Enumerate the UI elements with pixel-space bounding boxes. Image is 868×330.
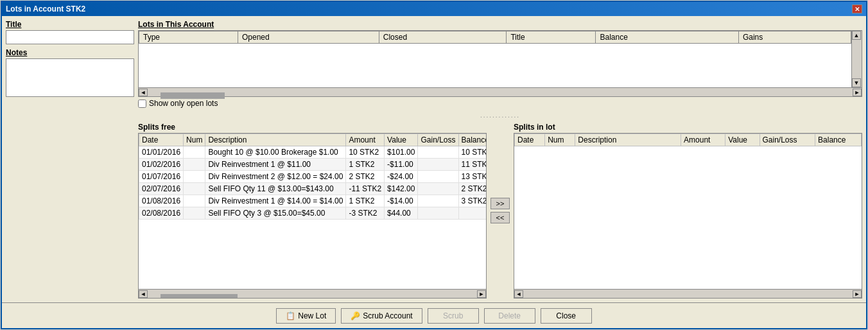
close-button[interactable]: ✕ [852,4,862,13]
bottom-splits: Splits free Date Num Description Amount [138,123,862,299]
lots-section: Lots in This Account Type Opened Closed … [138,20,862,108]
scrub-account-icon: 🔑 [351,311,360,320]
free-col-value: Value [385,134,418,146]
lots-hscroll-right[interactable]: ► [853,89,862,96]
table-row[interactable]: 01/08/2016Div Reinvestment 1 @ $14.00 = … [139,195,487,207]
splits-free-scroll-area[interactable]: Date Num Description Amount Value Gain/L… [139,134,486,289]
scrub-account-button[interactable]: 🔑 Scrub Account [341,308,422,324]
free-hscroll-right[interactable]: ► [477,290,486,298]
lots-scroll-up[interactable]: ▲ [852,31,861,40]
splits-lot-scrollbar-h[interactable]: ◄ ► [514,289,862,298]
lots-table-scroll[interactable]: Type Opened Closed Title Balance Gains [139,31,851,87]
close-btn[interactable]: Close [541,308,592,324]
splits-free-table: Date Num Description Amount Value Gain/L… [139,134,486,220]
bottom-bar: 📋 New Lot 🔑 Scrub Account Scrub Delete C… [2,302,866,328]
lot-col-amount: Amount [681,134,725,146]
splits-free-scrollbar-h[interactable]: ◄ ► [139,289,486,298]
lot-col-gainloss: Gain/Loss [759,134,815,146]
table-row[interactable]: 01/07/2016Div Reinvestment 2 @ $12.00 = … [139,171,487,183]
table-row[interactable]: 01/01/2016Bought 10 @ $10.00 Brokerage $… [139,146,487,159]
splits-lot-scroll-area[interactable]: Date Num Description Amount Value Gain/L… [514,134,862,289]
lots-hscroll-left[interactable]: ◄ [139,89,148,96]
splits-free-table-wrapper: Date Num Description Amount Value Gain/L… [138,133,487,299]
main-window: Lots in Account STK2 ✕ Title Notes Lots … [1,1,867,329]
lot-col-value: Value [725,134,759,146]
new-lot-button[interactable]: 📋 New Lot [276,308,336,324]
lot-col-balance: Balance [815,134,862,146]
notes-label: Notes [6,48,134,57]
new-lot-label: New Lot [298,311,326,320]
notes-field-group: Notes [6,48,134,99]
lots-col-balance: Balance [596,31,738,44]
middle-buttons: >> << [490,123,510,299]
free-hscroll-left[interactable]: ◄ [139,290,148,298]
table-row[interactable]: 02/07/2016Sell FIFO Qty 11 @ $13.00=$143… [139,183,487,195]
lot-col-num: Num [545,134,575,146]
move-right-button[interactable]: >> [490,198,510,209]
table-row[interactable]: 02/08/2016Sell FIFO Qty 3 @ $15.00=$45.0… [139,207,487,220]
lots-section-label: Lots in This Account [138,20,862,29]
left-panel: Title Notes [6,20,134,299]
title-input[interactable] [6,30,134,44]
lot-col-date: Date [515,134,545,146]
scrub-label: Scrub [443,311,463,320]
lots-col-title: Title [507,31,596,44]
close-label: Close [556,311,576,320]
splits-lot-table: Date Num Description Amount Value Gain/L… [514,134,862,146]
show-only-row: Show only open lots [138,99,862,108]
free-col-desc: Description [205,134,346,146]
lots-col-opened: Opened [238,31,379,44]
show-only-checkbox[interactable] [138,100,146,108]
title-bar: Lots in Account STK2 ✕ [2,2,866,16]
lots-col-gains: Gains [738,31,851,44]
show-only-label: Show only open lots [149,99,218,108]
splits-lot-table-wrapper: Date Num Description Amount Value Gain/L… [514,133,862,299]
splits-free-label: Splits free [138,123,487,132]
lot-col-desc: Description [575,134,681,146]
notes-textarea[interactable] [6,58,134,97]
splits-lot-section: Splits in lot Date Num Description Amoun… [514,123,862,299]
delete-button[interactable]: Delete [484,308,535,324]
lots-scroll-down[interactable]: ▼ [852,78,861,87]
lot-hscroll-right[interactable]: ► [853,290,862,298]
free-col-date: Date [139,134,184,146]
title-label: Title [6,20,134,29]
divider-handle: ............. [138,112,862,119]
lots-scrollbar-v[interactable]: ▲ ▼ [851,31,862,87]
lots-table: Type Opened Closed Title Balance Gains [139,31,851,44]
free-col-balance: Balance [458,134,486,146]
scrub-account-label: Scrub Account [363,311,412,320]
delete-label: Delete [498,311,521,320]
title-field-group: Title [6,20,134,44]
lots-scrollbar-h[interactable]: ◄ ► [138,88,862,97]
main-content: Title Notes Lots in This Account [2,16,866,302]
splits-free-section: Splits free Date Num Description Amount [138,123,487,299]
right-panel: Lots in This Account Type Opened Closed … [138,20,862,299]
free-col-amount: Amount [346,134,385,146]
lots-col-closed: Closed [379,31,507,44]
free-col-num: Num [184,134,205,146]
window-title: Lots in Account STK2 [6,4,85,13]
free-col-gainloss: Gain/Loss [418,134,458,146]
scrub-button[interactable]: Scrub [428,308,479,324]
table-row[interactable]: 01/02/2016Div Reinvestment 1 @ $11.001 S… [139,159,487,171]
lot-hscroll-left[interactable]: ◄ [514,290,523,298]
move-left-button[interactable]: << [490,212,510,223]
new-lot-icon: 📋 [286,311,295,320]
splits-lot-label: Splits in lot [514,123,862,132]
lots-col-type: Type [139,31,238,44]
